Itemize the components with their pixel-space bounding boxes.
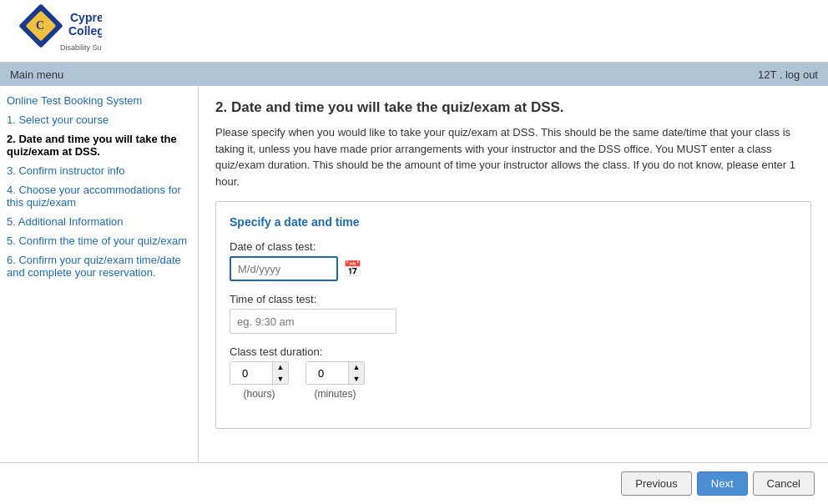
- page-description: Please specify when you would like to ta…: [215, 124, 811, 189]
- time-field-group: Time of class test:: [230, 293, 797, 334]
- sidebar-item-confirm-time[interactable]: 5. Confirm the time of your quiz/exam: [7, 234, 191, 247]
- svg-text:C: C: [36, 19, 44, 32]
- duration-field-group: Class test duration: ▲ ▼ (hours): [230, 345, 797, 400]
- hours-label: (hours): [243, 388, 275, 400]
- sidebar-item-additional-info[interactable]: 5. Additional Information: [7, 215, 191, 228]
- minutes-col: ▲ ▼ (minutes): [305, 361, 365, 400]
- specify-title: Specify a date and time: [230, 215, 797, 229]
- sidebar: Online Test Booking System 1. Select you…: [0, 86, 199, 462]
- hours-input[interactable]: [230, 361, 272, 385]
- sidebar-item-select-course[interactable]: 1. Select your course: [7, 113, 191, 126]
- minutes-down-button[interactable]: ▼: [349, 373, 364, 385]
- sidebar-item-accommodations[interactable]: 4. Choose your accommodations for this q…: [7, 184, 191, 209]
- previous-button[interactable]: Previous: [621, 471, 692, 496]
- nav-bar: Main menu 12T . log out: [0, 63, 828, 86]
- cancel-button[interactable]: Cancel: [753, 471, 815, 496]
- calendar-icon[interactable]: 📅: [343, 260, 361, 278]
- content-area: 2. Date and time you will take the quiz/…: [199, 86, 828, 462]
- main-menu-label: Main menu: [10, 68, 63, 81]
- date-field-group: Date of class test: 📅: [230, 240, 797, 281]
- hours-spinner-buttons: ▲ ▼: [272, 361, 288, 385]
- duration-label: Class test duration:: [230, 345, 797, 358]
- sidebar-item-online-test-booking[interactable]: Online Test Booking System: [7, 94, 191, 107]
- main-layout: Online Test Booking System 1. Select you…: [0, 86, 828, 462]
- time-input[interactable]: [230, 309, 396, 334]
- minutes-input[interactable]: [306, 361, 348, 385]
- hours-spinner: ▲ ▼: [230, 361, 289, 385]
- date-input-row: 📅: [230, 256, 797, 281]
- next-button[interactable]: Next: [697, 471, 748, 496]
- time-label: Time of class test:: [230, 293, 797, 305]
- date-input[interactable]: [230, 256, 338, 281]
- sidebar-item-date-time: 2. Date and time you will take the quiz/…: [7, 133, 191, 158]
- minutes-up-button[interactable]: ▲: [349, 361, 364, 373]
- footer: Previous Next Cancel: [0, 462, 828, 504]
- hours-down-button[interactable]: ▼: [273, 373, 288, 385]
- user-info-label: 12T . log out: [758, 68, 818, 81]
- hours-up-button[interactable]: ▲: [273, 361, 288, 373]
- svg-text:Cypress: Cypress: [70, 11, 102, 24]
- logo-area: C Cypress College Disability Support Ser…: [10, 2, 102, 60]
- hours-col: ▲ ▼ (hours): [230, 361, 289, 400]
- college-logo: C Cypress College Disability Support Ser…: [10, 2, 102, 60]
- page-title: 2. Date and time you will take the quiz/…: [215, 99, 811, 116]
- page-header: C Cypress College Disability Support Ser…: [0, 0, 828, 63]
- minutes-spinner: ▲ ▼: [305, 361, 365, 385]
- minutes-spinner-buttons: ▲ ▼: [348, 361, 364, 385]
- svg-text:Disability Support Services: Disability Support Services: [60, 43, 102, 52]
- duration-row: ▲ ▼ (hours) ▲ ▼: [230, 361, 797, 400]
- sidebar-item-complete-reservation[interactable]: 6. Confirm your quiz/exam time/date and …: [7, 254, 191, 279]
- svg-text:College: College: [68, 24, 102, 38]
- sidebar-item-confirm-instructor[interactable]: 3. Confirm instructor info: [7, 164, 191, 177]
- date-label: Date of class test:: [230, 240, 797, 253]
- minutes-label: (minutes): [314, 388, 356, 400]
- specify-section: Specify a date and time Date of class te…: [215, 201, 811, 429]
